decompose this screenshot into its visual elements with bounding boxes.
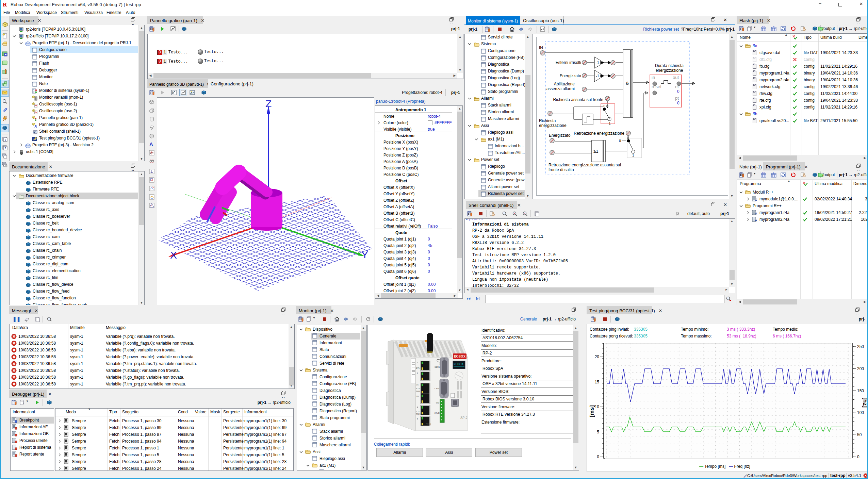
- svg-text:Retroazione energizzazione: Retroazione energizzazione: [574, 131, 624, 136]
- svg-text:Y: Y: [361, 249, 368, 260]
- svg-text:1: 1: [609, 121, 611, 125]
- svg-text:CAN: CAN: [435, 387, 439, 390]
- svg-text:Durata richiesta: Durata richiesta: [655, 63, 684, 68]
- svg-text:R: R: [3, 2, 7, 7]
- svg-text:X: X: [170, 249, 177, 261]
- svg-text:150: 150: [857, 389, 864, 393]
- svg-text:fronte di salita: fronte di salita: [548, 167, 574, 172]
- svg-text:WAN: WAN: [426, 423, 431, 425]
- svg-text:IN: IN: [539, 46, 543, 50]
- svg-text:-1: -1: [596, 74, 599, 78]
- svg-text:0: 0: [857, 455, 859, 459]
- svg-text:&: &: [626, 81, 629, 86]
- svg-text:Energizzato: Energizzato: [549, 133, 571, 138]
- svg-text:pt: pt: [675, 96, 679, 101]
- svg-text:ROBOX: ROBOX: [454, 363, 464, 366]
- svg-text:3A: 3A: [416, 384, 419, 386]
- svg-text:15: 15: [595, 380, 600, 384]
- svg-text:Abilitazione: Abilitazione: [554, 82, 575, 86]
- svg-text:0: 0: [677, 101, 679, 105]
- svg-text:-1: -1: [596, 61, 599, 65]
- svg-text:Esterni irrisolti: Esterni irrisolti: [556, 60, 581, 65]
- svg-text:50: 50: [857, 432, 862, 437]
- svg-text:Retroazione energizzazione ass: Retroazione energizzazione assunta sul: [548, 163, 621, 167]
- svg-text:SER1: SER1: [435, 366, 440, 368]
- svg-text:ETH: ETH: [416, 367, 420, 369]
- svg-text:0: 0: [619, 139, 621, 143]
- svg-text:0: 0: [603, 104, 605, 108]
- svg-text:energizzazione: energizzazione: [539, 123, 567, 128]
- svg-text:in: in: [652, 75, 655, 80]
- svg-text:0: 0: [677, 89, 679, 94]
- svg-text:energizzazione: energizzazione: [656, 68, 683, 73]
- svg-text:LAN: LAN: [416, 390, 420, 392]
- svg-text:ETH: ETH: [416, 387, 420, 390]
- svg-text:5: 5: [597, 430, 599, 434]
- svg-text:10: 10: [595, 404, 600, 409]
- svg-text:1: 1: [632, 153, 634, 157]
- svg-text:[hz]: [hz]: [862, 397, 868, 408]
- svg-text:assenza allarmi: assenza allarmi: [546, 86, 575, 91]
- svg-text:0: 0: [597, 455, 599, 459]
- svg-text:Richiesta assunta sul fronte: Richiesta assunta sul fronte: [553, 97, 604, 102]
- svg-text:3B: 3B: [416, 395, 419, 397]
- svg-text:100: 100: [857, 410, 864, 415]
- svg-text:ETH: ETH: [416, 411, 420, 413]
- svg-text:200: 200: [857, 366, 864, 371]
- svg-text:[ms]: [ms]: [589, 405, 595, 417]
- svg-text:Richiesta: Richiesta: [539, 118, 556, 123]
- svg-text:Z: Z: [265, 98, 272, 109]
- svg-text:20: 20: [595, 354, 600, 359]
- svg-text:250: 250: [857, 344, 864, 349]
- svg-text:RP-2: RP-2: [460, 416, 468, 419]
- svg-text:WD: WD: [436, 402, 440, 404]
- svg-text:FB-5: FB-5: [416, 413, 421, 415]
- svg-text:out: out: [673, 75, 679, 80]
- svg-text:ROBOX: ROBOX: [454, 355, 466, 358]
- svg-text:Energizzato: Energizzato: [560, 73, 582, 78]
- svg-text:≥1: ≥1: [593, 149, 598, 154]
